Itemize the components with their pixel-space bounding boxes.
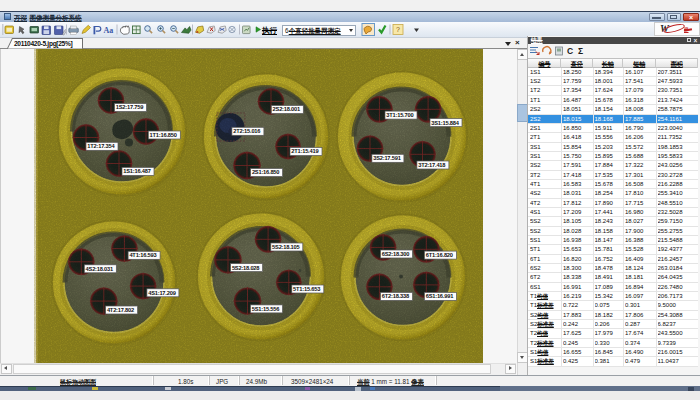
svg-text:2T1:15.419: 2T1:15.419: [291, 148, 318, 154]
svg-text:2T2:15.016: 2T2:15.016: [233, 128, 260, 134]
svg-text:Aa: Aa: [104, 26, 114, 35]
svg-text:1T1:16.850: 1T1:16.850: [150, 131, 177, 137]
svg-text:5S2:18.028: 5S2:18.028: [232, 264, 259, 270]
svg-text:6T1:16.820: 6T1:16.820: [426, 252, 453, 258]
svg-text:1S1:16.487: 1S1:16.487: [123, 168, 150, 174]
svg-text:4S2:18.031: 4S2:18.031: [86, 265, 113, 271]
svg-text:3S1:15.884: 3S1:15.884: [431, 119, 459, 125]
svg-text:1S2:17.759: 1S2:17.759: [116, 104, 143, 110]
svg-text:3S2:17.591: 3S2:17.591: [373, 155, 400, 161]
svg-text:4S1:17.209: 4S1:17.209: [148, 289, 175, 295]
svg-text:4T2:17.802: 4T2:17.802: [107, 306, 134, 312]
svg-text:2S1:16.850: 2S1:16.850: [252, 169, 279, 175]
svg-text:5T1:15.653: 5T1:15.653: [293, 285, 320, 291]
svg-text:?: ?: [396, 26, 400, 33]
svg-text:2S2:18.001: 2S2:18.001: [273, 106, 300, 112]
svg-text:Σ: Σ: [578, 46, 583, 56]
svg-text:5S2:18.105: 5S2:18.105: [272, 243, 299, 249]
svg-text:1T2:17.354: 1T2:17.354: [87, 143, 115, 149]
svg-text:6T2:18.338: 6T2:18.338: [382, 293, 409, 299]
svg-text:5S1:15.556: 5S1:15.556: [252, 305, 279, 311]
svg-text:4T1:16.593: 4T1:16.593: [129, 252, 156, 258]
svg-text:3T2:17.418: 3T2:17.418: [418, 161, 445, 167]
svg-text:6S1:16.991: 6S1:16.991: [426, 293, 453, 299]
svg-text:6S2:18.300: 6S2:18.300: [382, 250, 409, 256]
svg-text:C: C: [567, 46, 573, 56]
svg-text:3T1:15.700: 3T1:15.700: [386, 112, 413, 118]
